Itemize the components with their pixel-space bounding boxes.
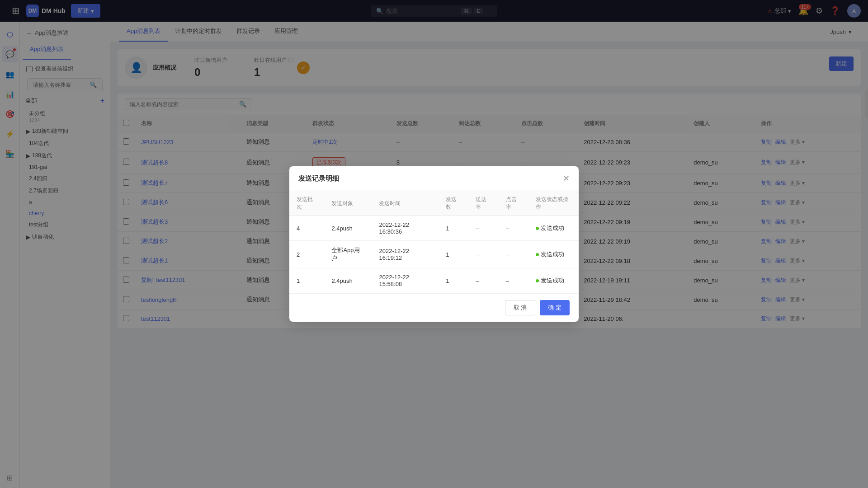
modal-click: – [499,241,528,268]
modal-target: 全部App用户 [324,241,372,268]
modal-col-header: 发送时间 [372,191,439,216]
modal-count: 1 [439,268,468,293]
modal-status: 发送成功 [528,216,579,241]
modal-target: 2.4push [324,216,372,241]
modal-time: 2022-12-22 15:58:08 [372,268,439,293]
modal-header: 发送记录明细 ✕ [289,166,579,191]
modal-delivery: – [468,241,498,268]
confirm-button[interactable]: 确 定 [540,300,570,315]
modal-click: – [499,216,528,241]
modal-overlay[interactable]: 发送记录明细 ✕ 发送批次发送对象发送时间发送数送达率点击率发送状态或操作 4 … [0,0,868,488]
modal-col-header: 发送数 [439,191,468,216]
modal-dialog: 发送记录明细 ✕ 发送批次发送对象发送时间发送数送达率点击率发送状态或操作 4 … [289,166,579,322]
modal-table-row: 2 全部App用户 2022-12-22 16:19:12 1 – – 发送成功 [289,241,579,268]
modal-time: 2022-12-22 16:19:12 [372,241,439,268]
modal-title: 发送记录明细 [298,174,339,183]
modal-footer: 取 消 确 定 [289,293,579,322]
modal-col-header: 发送批次 [289,191,324,216]
modal-table-row: 4 2.4push 2022-12-22 16:30:36 1 – – 发送成功 [289,216,579,241]
modal-click: – [499,268,528,293]
modal-batch: 1 [289,268,324,293]
modal-status: 发送成功 [528,241,579,268]
modal-delivery: – [468,268,498,293]
modal-col-header: 发送状态或操作 [528,191,579,216]
modal-col-header: 送达率 [468,191,498,216]
modal-batch: 2 [289,241,324,268]
modal-status: 发送成功 [528,268,579,293]
modal-batch: 4 [289,216,324,241]
modal-time: 2022-12-22 16:30:36 [372,216,439,241]
modal-target: 2.4push [324,268,372,293]
modal-delivery: – [468,216,498,241]
modal-table: 发送批次发送对象发送时间发送数送达率点击率发送状态或操作 4 2.4push 2… [289,191,579,293]
modal-col-header: 发送对象 [324,191,372,216]
modal-count: 1 [439,241,468,268]
modal-close-button[interactable]: ✕ [563,174,570,183]
modal-table-row: 1 2.4push 2022-12-22 15:58:08 1 – – 发送成功 [289,268,579,293]
cancel-button[interactable]: 取 消 [505,300,536,315]
modal-col-header: 点击率 [499,191,528,216]
modal-count: 1 [439,216,468,241]
modal-body: 发送批次发送对象发送时间发送数送达率点击率发送状态或操作 4 2.4push 2… [289,191,579,293]
